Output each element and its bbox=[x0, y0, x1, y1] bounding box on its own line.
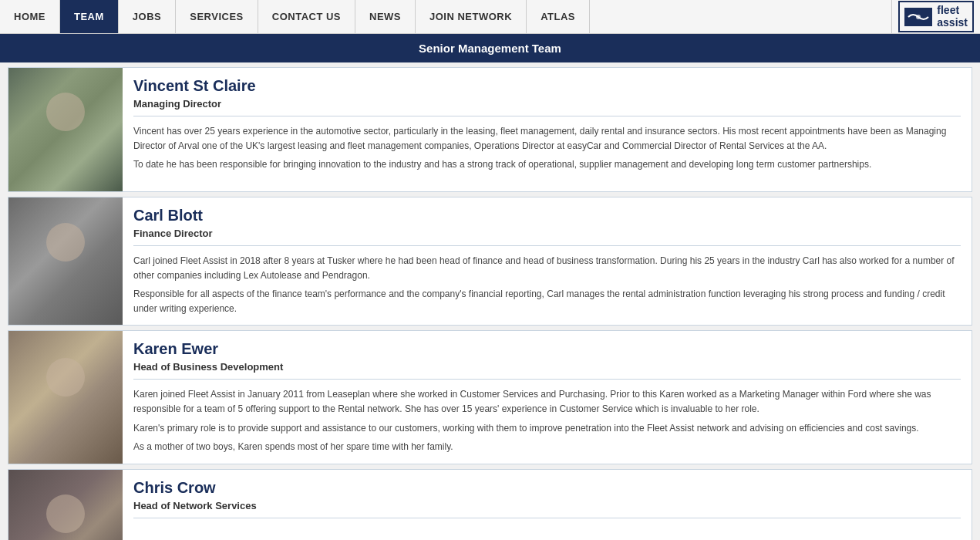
nav-item-home[interactable]: HOME bbox=[0, 0, 60, 33]
member-name-chris: Chris Crow bbox=[133, 479, 961, 497]
member-photo-karen bbox=[8, 331, 123, 463]
nav-item-services[interactable]: SERVICES bbox=[176, 0, 258, 33]
member-title-chris: Head of Network Services bbox=[133, 500, 961, 518]
member-name-vincent: Vincent St Claire bbox=[133, 77, 961, 95]
svg-point-1 bbox=[916, 15, 921, 19]
nav-item-jobs[interactable]: JOBS bbox=[119, 0, 176, 33]
nav-item-news[interactable]: NEWS bbox=[355, 0, 416, 33]
bio-paragraph: Karen joined Fleet Assist in January 201… bbox=[133, 387, 961, 416]
logo-fleet-text: fleet bbox=[937, 5, 968, 16]
member-info-chris: Chris CrowHead of Network Services bbox=[123, 470, 972, 540]
logo-text: fleet assist bbox=[937, 5, 968, 29]
bio-paragraph: Karen's primary role is to provide suppo… bbox=[133, 421, 961, 436]
member-name-carl: Carl Blott bbox=[133, 207, 961, 224]
logo-assist-text: assist bbox=[937, 17, 968, 29]
team-card-karen: Karen EwerHead of Business DevelopmentKa… bbox=[8, 330, 972, 464]
member-bio-karen: Karen joined Fleet Assist in January 201… bbox=[133, 387, 961, 454]
member-title-carl: Finance Director bbox=[133, 228, 961, 246]
member-bio-carl: Carl joined Fleet Assist in 2018 after 8… bbox=[133, 254, 961, 316]
nav-item-team[interactable]: TEAM bbox=[60, 0, 119, 33]
section-title: Senior Management Team bbox=[419, 42, 561, 55]
nav-logo[interactable]: fleet assist bbox=[891, 0, 980, 33]
member-info-carl: Carl BlottFinance DirectorCarl joined Fl… bbox=[123, 197, 972, 325]
member-name-karen: Karen Ewer bbox=[133, 340, 961, 358]
member-info-karen: Karen EwerHead of Business DevelopmentKa… bbox=[123, 331, 972, 463]
team-container: Vincent St ClaireManaging DirectorVincen… bbox=[0, 62, 980, 540]
bio-paragraph: Carl joined Fleet Assist in 2018 after 8… bbox=[133, 254, 961, 282]
bio-paragraph: Responsible for all aspects of the finan… bbox=[133, 287, 961, 316]
logo-icon bbox=[904, 8, 932, 26]
team-card-chris: Chris CrowHead of Network Services bbox=[8, 469, 972, 540]
main-nav: HOMETEAMJOBSSERVICESCONTACT USNEWSJOIN N… bbox=[0, 0, 980, 34]
member-photo-vincent bbox=[8, 68, 123, 191]
member-title-vincent: Managing Director bbox=[133, 98, 961, 116]
nav-item-atlas[interactable]: ATLAS bbox=[527, 0, 590, 33]
member-title-karen: Head of Business Development bbox=[133, 361, 961, 380]
bio-paragraph: Vincent has over 25 years experience in … bbox=[133, 124, 961, 153]
section-header: Senior Management Team bbox=[0, 34, 980, 62]
nav-item-join[interactable]: JOIN NETWORK bbox=[416, 0, 527, 33]
member-bio-vincent: Vincent has over 25 years experience in … bbox=[133, 124, 961, 172]
bio-paragraph: As a mother of two boys, Karen spends mo… bbox=[133, 440, 961, 454]
member-photo-carl bbox=[8, 197, 123, 325]
team-card-vincent: Vincent St ClaireManaging DirectorVincen… bbox=[8, 67, 972, 192]
member-photo-chris bbox=[8, 470, 123, 540]
team-card-carl: Carl BlottFinance DirectorCarl joined Fl… bbox=[8, 197, 972, 326]
member-info-vincent: Vincent St ClaireManaging DirectorVincen… bbox=[123, 68, 972, 191]
bio-paragraph: To date he has been responsible for brin… bbox=[133, 157, 961, 172]
nav-item-contact[interactable]: CONTACT US bbox=[258, 0, 355, 33]
